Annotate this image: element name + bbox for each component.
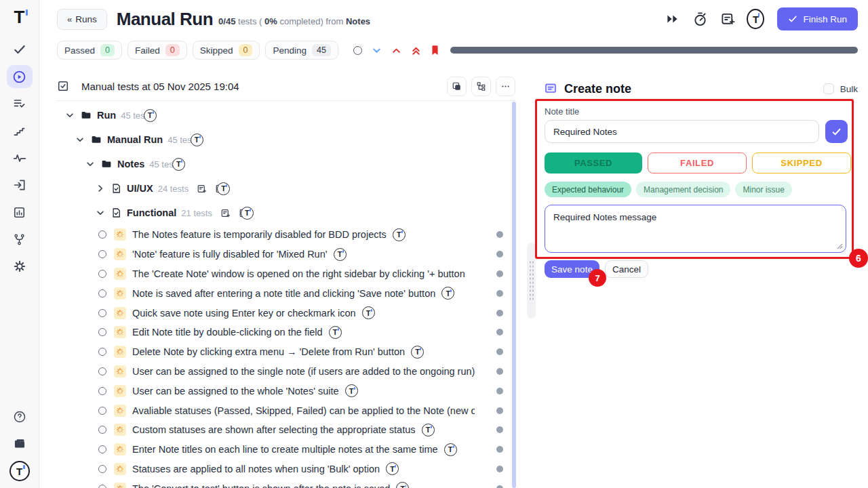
test-status-circle[interactable]	[98, 328, 106, 336]
test-row[interactable]: User can be assigned to the single note …	[57, 362, 515, 382]
note-add-button[interactable]	[719, 10, 736, 28]
test-row[interactable]: The 'Convert to test' button is shown af…	[57, 479, 515, 488]
status-failed-button[interactable]: FAILED	[648, 152, 747, 174]
chevron-down-icon[interactable]	[65, 110, 75, 120]
reporter-logo-icon[interactable]	[144, 109, 157, 122]
note-tag[interactable]: Management decision	[636, 182, 730, 197]
assignee-dot[interactable]	[496, 426, 503, 433]
test-status-circle[interactable]	[98, 445, 106, 453]
timer-button[interactable]	[691, 10, 709, 28]
chevron-down-icon[interactable]	[75, 135, 85, 144]
assignee-dot[interactable]	[496, 310, 503, 317]
sidebar-item-runs[interactable]	[7, 65, 33, 88]
status-filter-chip[interactable]: Passed 0	[57, 41, 122, 60]
resize-handle-icon[interactable]	[837, 243, 843, 249]
suite-row[interactable]: Functional 21 tests	[57, 201, 515, 225]
sidebar-item-import[interactable]	[7, 174, 33, 197]
status-circle-button[interactable]	[353, 46, 362, 55]
sidebar-item-test-plans[interactable]	[7, 92, 33, 115]
test-status-circle[interactable]	[98, 250, 106, 258]
finish-run-button[interactable]: Finish Run	[777, 7, 858, 30]
note-title-input[interactable]	[545, 120, 819, 143]
status-skipped-button[interactable]: SKIPPED	[752, 152, 851, 174]
add-note-icon[interactable]	[220, 208, 231, 218]
suite-row[interactable]: Notes 45 tests	[57, 152, 515, 176]
bulk-checkbox[interactable]	[823, 83, 834, 94]
assignee-dot[interactable]	[496, 251, 503, 258]
copy-view-button[interactable]	[447, 77, 467, 96]
test-status-circle[interactable]	[98, 289, 106, 298]
test-row[interactable]: User can be assigned to the whole 'Notes…	[57, 381, 515, 401]
test-status-circle[interactable]	[98, 230, 106, 239]
test-row[interactable]: The Notes feature is temporarily disable…	[57, 225, 515, 245]
assignee-dot[interactable]	[496, 446, 503, 453]
sidebar-item-branches[interactable]	[7, 228, 33, 251]
quick-save-button[interactable]	[825, 120, 848, 143]
bookmark-button[interactable]	[431, 45, 439, 56]
assignee-dot[interactable]	[496, 290, 503, 297]
suite-row[interactable]: Manual Run 45 tests	[57, 127, 515, 152]
status-filter-chip[interactable]: Skipped 0	[193, 41, 260, 60]
brand-logo-bottom[interactable]: T	[7, 460, 33, 483]
test-row[interactable]: 'Note' feature is fully disabled for 'Mi…	[57, 245, 515, 264]
assignee-dot[interactable]	[496, 485, 503, 488]
test-row[interactable]: Delete Note by clicking extra menu → 'De…	[57, 342, 515, 362]
brand-badge[interactable]: T	[747, 10, 764, 28]
test-status-circle[interactable]	[98, 387, 106, 395]
test-row[interactable]: Edit Note title by double-clicking on th…	[57, 323, 515, 342]
note-tag[interactable]: Expected behaviour	[545, 182, 631, 197]
test-status-circle[interactable]	[98, 426, 106, 434]
suite-row[interactable]: Run 45 tests	[57, 103, 515, 127]
test-row[interactable]: Statuses are applied to all notes when u…	[57, 460, 515, 479]
sidebar-item-reports[interactable]	[7, 201, 33, 224]
sidebar-item-settings[interactable]	[7, 255, 33, 278]
assignee-dot[interactable]	[496, 368, 503, 375]
chevron-down-icon[interactable]	[96, 208, 105, 218]
status-filter-chip[interactable]: Pending 45	[265, 41, 338, 60]
chevron-down-icon[interactable]	[85, 159, 95, 169]
reporter-logo-icon[interactable]	[217, 182, 230, 195]
assignee-dot[interactable]	[496, 388, 503, 394]
sidebar-item-results[interactable]	[7, 38, 33, 61]
sidebar-item-activity[interactable]	[7, 146, 33, 169]
reporter-logo-icon[interactable]	[241, 207, 254, 220]
assignee-dot[interactable]	[496, 348, 503, 355]
test-row[interactable]: Enter Note titles on each line to create…	[57, 440, 515, 460]
test-status-circle[interactable]	[98, 465, 106, 473]
assignee-dot[interactable]	[496, 231, 503, 238]
test-row[interactable]: The 'Create Note' window is opened on th…	[57, 264, 515, 284]
test-status-circle[interactable]	[98, 348, 106, 356]
fast-forward-button[interactable]	[663, 10, 681, 28]
test-row[interactable]: Custom statuses are shown after selectin…	[57, 420, 515, 440]
test-row[interactable]: Quick save note using Enter key or check…	[57, 303, 515, 323]
status-filter-chip[interactable]: Failed 0	[127, 41, 187, 60]
note-tag[interactable]: Minor issue	[735, 182, 791, 197]
reporter-logo-icon[interactable]	[172, 158, 185, 171]
test-row[interactable]: Note is saved after entering a note titl…	[57, 283, 515, 303]
reporter-logo-icon[interactable]	[191, 134, 203, 146]
sidebar-item-projects[interactable]	[7, 432, 33, 455]
test-status-circle[interactable]	[98, 485, 106, 488]
collapse-all-button[interactable]	[411, 45, 421, 56]
chevron-down-icon[interactable]	[96, 184, 105, 193]
sidebar-item-help[interactable]	[7, 405, 33, 428]
tree-scrollbar[interactable]	[512, 102, 516, 488]
add-note-icon[interactable]	[197, 184, 207, 194]
assignee-dot[interactable]	[496, 329, 503, 336]
cancel-button[interactable]: Cancel	[605, 260, 648, 278]
assignee-dot[interactable]	[496, 466, 503, 472]
expand-down-button[interactable]	[372, 45, 382, 56]
sidebar-item-steps[interactable]	[7, 119, 33, 142]
status-passed-button[interactable]: PASSED	[545, 152, 642, 174]
assignee-dot[interactable]	[496, 270, 503, 277]
test-status-circle[interactable]	[98, 367, 106, 375]
test-status-circle[interactable]	[98, 407, 106, 415]
more-options-button[interactable]	[496, 77, 515, 96]
collapse-up-button[interactable]	[391, 45, 401, 56]
assignee-dot[interactable]	[496, 407, 503, 414]
suite-row[interactable]: UI/UX 24 tests	[57, 176, 515, 201]
test-status-circle[interactable]	[98, 270, 106, 278]
test-status-circle[interactable]	[98, 309, 106, 317]
note-message-textarea[interactable]: Required Notes message	[545, 205, 846, 253]
back-to-runs-button[interactable]: « Runs	[57, 9, 107, 30]
